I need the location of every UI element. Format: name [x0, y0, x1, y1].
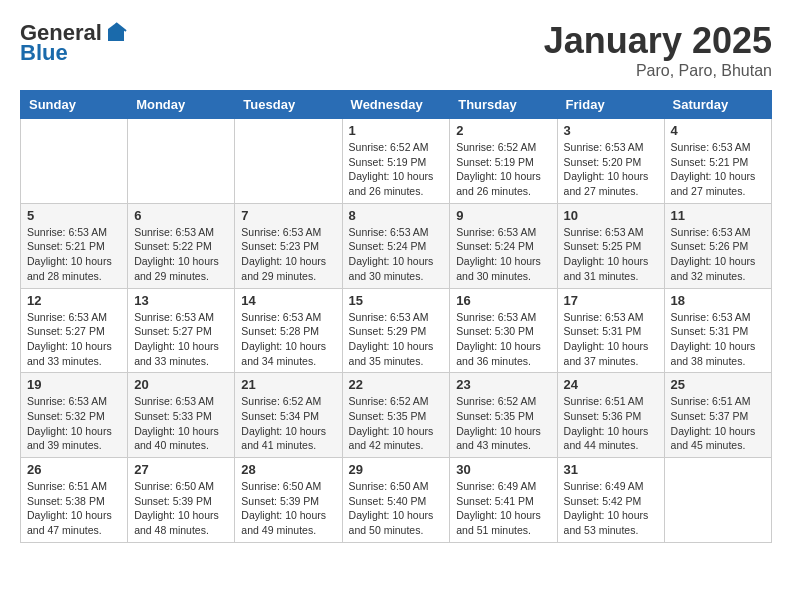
calendar-day-header: Thursday [450, 91, 557, 119]
day-number: 9 [456, 208, 550, 223]
calendar-title: January 2025 [544, 20, 772, 62]
day-number: 16 [456, 293, 550, 308]
table-row: 11Sunrise: 6:53 AM Sunset: 5:26 PM Dayli… [664, 203, 771, 288]
day-info: Sunrise: 6:53 AM Sunset: 5:29 PM Dayligh… [349, 310, 444, 369]
table-row: 15Sunrise: 6:53 AM Sunset: 5:29 PM Dayli… [342, 288, 450, 373]
day-number: 4 [671, 123, 765, 138]
day-number: 26 [27, 462, 121, 477]
table-row: 14Sunrise: 6:53 AM Sunset: 5:28 PM Dayli… [235, 288, 342, 373]
calendar-week-row: 12Sunrise: 6:53 AM Sunset: 5:27 PM Dayli… [21, 288, 772, 373]
day-number: 30 [456, 462, 550, 477]
day-number: 13 [134, 293, 228, 308]
day-info: Sunrise: 6:53 AM Sunset: 5:26 PM Dayligh… [671, 225, 765, 284]
day-info: Sunrise: 6:53 AM Sunset: 5:33 PM Dayligh… [134, 394, 228, 453]
table-row: 31Sunrise: 6:49 AM Sunset: 5:42 PM Dayli… [557, 458, 664, 543]
table-row: 20Sunrise: 6:53 AM Sunset: 5:33 PM Dayli… [128, 373, 235, 458]
table-row: 25Sunrise: 6:51 AM Sunset: 5:37 PM Dayli… [664, 373, 771, 458]
table-row: 24Sunrise: 6:51 AM Sunset: 5:36 PM Dayli… [557, 373, 664, 458]
day-number: 23 [456, 377, 550, 392]
day-number: 1 [349, 123, 444, 138]
day-number: 19 [27, 377, 121, 392]
day-number: 10 [564, 208, 658, 223]
table-row: 2Sunrise: 6:52 AM Sunset: 5:19 PM Daylig… [450, 119, 557, 204]
day-info: Sunrise: 6:51 AM Sunset: 5:38 PM Dayligh… [27, 479, 121, 538]
day-info: Sunrise: 6:53 AM Sunset: 5:24 PM Dayligh… [349, 225, 444, 284]
table-row: 30Sunrise: 6:49 AM Sunset: 5:41 PM Dayli… [450, 458, 557, 543]
calendar-week-row: 19Sunrise: 6:53 AM Sunset: 5:32 PM Dayli… [21, 373, 772, 458]
table-row: 13Sunrise: 6:53 AM Sunset: 5:27 PM Dayli… [128, 288, 235, 373]
day-number: 2 [456, 123, 550, 138]
logo-icon [104, 21, 128, 45]
day-info: Sunrise: 6:50 AM Sunset: 5:40 PM Dayligh… [349, 479, 444, 538]
table-row: 10Sunrise: 6:53 AM Sunset: 5:25 PM Dayli… [557, 203, 664, 288]
day-info: Sunrise: 6:53 AM Sunset: 5:32 PM Dayligh… [27, 394, 121, 453]
day-info: Sunrise: 6:53 AM Sunset: 5:24 PM Dayligh… [456, 225, 550, 284]
calendar-day-header: Sunday [21, 91, 128, 119]
day-number: 31 [564, 462, 658, 477]
day-info: Sunrise: 6:53 AM Sunset: 5:21 PM Dayligh… [671, 140, 765, 199]
logo-blue-text: Blue [20, 40, 68, 66]
table-row: 12Sunrise: 6:53 AM Sunset: 5:27 PM Dayli… [21, 288, 128, 373]
day-info: Sunrise: 6:53 AM Sunset: 5:23 PM Dayligh… [241, 225, 335, 284]
day-number: 12 [27, 293, 121, 308]
calendar-table: SundayMondayTuesdayWednesdayThursdayFrid… [20, 90, 772, 543]
calendar-day-header: Wednesday [342, 91, 450, 119]
day-number: 21 [241, 377, 335, 392]
table-row: 6Sunrise: 6:53 AM Sunset: 5:22 PM Daylig… [128, 203, 235, 288]
table-row: 7Sunrise: 6:53 AM Sunset: 5:23 PM Daylig… [235, 203, 342, 288]
day-number: 25 [671, 377, 765, 392]
day-info: Sunrise: 6:53 AM Sunset: 5:31 PM Dayligh… [671, 310, 765, 369]
day-info: Sunrise: 6:52 AM Sunset: 5:19 PM Dayligh… [349, 140, 444, 199]
day-info: Sunrise: 6:53 AM Sunset: 5:28 PM Dayligh… [241, 310, 335, 369]
day-number: 17 [564, 293, 658, 308]
day-number: 20 [134, 377, 228, 392]
calendar-day-header: Friday [557, 91, 664, 119]
day-info: Sunrise: 6:53 AM Sunset: 5:30 PM Dayligh… [456, 310, 550, 369]
day-info: Sunrise: 6:51 AM Sunset: 5:36 PM Dayligh… [564, 394, 658, 453]
table-row: 16Sunrise: 6:53 AM Sunset: 5:30 PM Dayli… [450, 288, 557, 373]
table-row: 27Sunrise: 6:50 AM Sunset: 5:39 PM Dayli… [128, 458, 235, 543]
table-row: 23Sunrise: 6:52 AM Sunset: 5:35 PM Dayli… [450, 373, 557, 458]
table-row [128, 119, 235, 204]
day-number: 14 [241, 293, 335, 308]
table-row: 22Sunrise: 6:52 AM Sunset: 5:35 PM Dayli… [342, 373, 450, 458]
logo: General Blue [20, 20, 128, 66]
table-row: 9Sunrise: 6:53 AM Sunset: 5:24 PM Daylig… [450, 203, 557, 288]
day-info: Sunrise: 6:53 AM Sunset: 5:22 PM Dayligh… [134, 225, 228, 284]
table-row [664, 458, 771, 543]
calendar-day-header: Saturday [664, 91, 771, 119]
day-number: 5 [27, 208, 121, 223]
day-info: Sunrise: 6:50 AM Sunset: 5:39 PM Dayligh… [134, 479, 228, 538]
table-row: 26Sunrise: 6:51 AM Sunset: 5:38 PM Dayli… [21, 458, 128, 543]
table-row: 18Sunrise: 6:53 AM Sunset: 5:31 PM Dayli… [664, 288, 771, 373]
day-number: 18 [671, 293, 765, 308]
calendar-week-row: 5Sunrise: 6:53 AM Sunset: 5:21 PM Daylig… [21, 203, 772, 288]
day-info: Sunrise: 6:52 AM Sunset: 5:19 PM Dayligh… [456, 140, 550, 199]
table-row: 4Sunrise: 6:53 AM Sunset: 5:21 PM Daylig… [664, 119, 771, 204]
day-info: Sunrise: 6:53 AM Sunset: 5:25 PM Dayligh… [564, 225, 658, 284]
table-row: 28Sunrise: 6:50 AM Sunset: 5:39 PM Dayli… [235, 458, 342, 543]
table-row: 3Sunrise: 6:53 AM Sunset: 5:20 PM Daylig… [557, 119, 664, 204]
day-info: Sunrise: 6:53 AM Sunset: 5:27 PM Dayligh… [27, 310, 121, 369]
calendar-day-header: Monday [128, 91, 235, 119]
day-number: 27 [134, 462, 228, 477]
day-number: 7 [241, 208, 335, 223]
table-row: 17Sunrise: 6:53 AM Sunset: 5:31 PM Dayli… [557, 288, 664, 373]
day-info: Sunrise: 6:49 AM Sunset: 5:41 PM Dayligh… [456, 479, 550, 538]
day-number: 22 [349, 377, 444, 392]
table-row: 21Sunrise: 6:52 AM Sunset: 5:34 PM Dayli… [235, 373, 342, 458]
table-row: 29Sunrise: 6:50 AM Sunset: 5:40 PM Dayli… [342, 458, 450, 543]
calendar-week-row: 1Sunrise: 6:52 AM Sunset: 5:19 PM Daylig… [21, 119, 772, 204]
calendar-header-row: SundayMondayTuesdayWednesdayThursdayFrid… [21, 91, 772, 119]
calendar-week-row: 26Sunrise: 6:51 AM Sunset: 5:38 PM Dayli… [21, 458, 772, 543]
calendar-subtitle: Paro, Paro, Bhutan [544, 62, 772, 80]
day-info: Sunrise: 6:53 AM Sunset: 5:31 PM Dayligh… [564, 310, 658, 369]
day-info: Sunrise: 6:53 AM Sunset: 5:21 PM Dayligh… [27, 225, 121, 284]
day-info: Sunrise: 6:52 AM Sunset: 5:34 PM Dayligh… [241, 394, 335, 453]
day-info: Sunrise: 6:50 AM Sunset: 5:39 PM Dayligh… [241, 479, 335, 538]
day-info: Sunrise: 6:51 AM Sunset: 5:37 PM Dayligh… [671, 394, 765, 453]
day-number: 24 [564, 377, 658, 392]
day-number: 28 [241, 462, 335, 477]
calendar-day-header: Tuesday [235, 91, 342, 119]
day-number: 6 [134, 208, 228, 223]
